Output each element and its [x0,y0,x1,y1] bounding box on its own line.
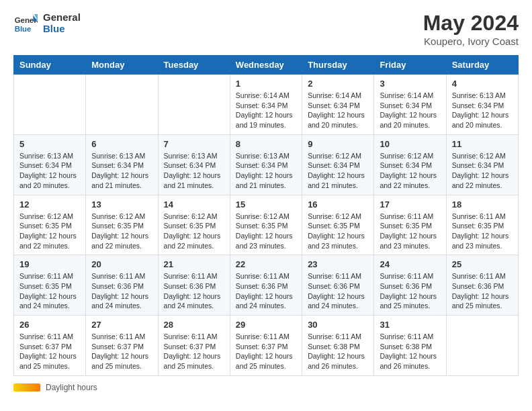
day-number: 3 [380,79,440,89]
calendar-cell: 20Sunrise: 6:11 AM Sunset: 6:36 PM Dayli… [86,255,158,316]
col-header-monday: Monday [86,56,158,75]
day-info: Sunrise: 6:11 AM Sunset: 6:35 PM Dayligh… [19,271,80,311]
day-info: Sunrise: 6:14 AM Sunset: 6:34 PM Dayligh… [380,91,440,130]
calendar-cell: 19Sunrise: 6:11 AM Sunset: 6:35 PM Dayli… [14,255,86,316]
day-info: Sunrise: 6:14 AM Sunset: 6:34 PM Dayligh… [308,91,368,130]
day-number: 8 [236,139,296,149]
calendar-cell: 29Sunrise: 6:11 AM Sunset: 6:37 PM Dayli… [230,316,302,376]
day-info: Sunrise: 6:12 AM Sunset: 6:35 PM Dayligh… [164,212,224,251]
day-number: 31 [380,320,440,330]
calendar-cell [158,75,230,135]
calendar-cell: 30Sunrise: 6:11 AM Sunset: 6:38 PM Dayli… [302,316,374,376]
day-info: Sunrise: 6:11 AM Sunset: 6:38 PM Dayligh… [308,332,368,371]
col-header-friday: Friday [374,56,446,75]
day-info: Sunrise: 6:12 AM Sunset: 6:35 PM Dayligh… [91,212,152,251]
day-number: 12 [19,199,80,210]
day-info: Sunrise: 6:13 AM Sunset: 6:34 PM Dayligh… [164,151,224,191]
calendar-cell: 8Sunrise: 6:13 AM Sunset: 6:34 PM Daylig… [230,134,302,195]
day-number: 28 [164,320,224,330]
calendar-cell: 13Sunrise: 6:12 AM Sunset: 6:35 PM Dayli… [86,195,158,255]
calendar-cell: 23Sunrise: 6:11 AM Sunset: 6:36 PM Dayli… [302,255,374,316]
day-info: Sunrise: 6:12 AM Sunset: 6:34 PM Dayligh… [308,151,368,191]
day-number: 10 [380,139,440,149]
day-info: Sunrise: 6:11 AM Sunset: 6:36 PM Dayligh… [308,271,368,311]
svg-text:Blue: Blue [15,25,32,33]
day-info: Sunrise: 6:11 AM Sunset: 6:36 PM Dayligh… [164,271,224,311]
day-number: 24 [380,259,440,269]
day-number: 22 [236,259,296,269]
week-row-2: 5Sunrise: 6:13 AM Sunset: 6:34 PM Daylig… [14,134,519,195]
day-number: 25 [452,259,513,269]
calendar-cell [446,316,518,376]
day-info: Sunrise: 6:12 AM Sunset: 6:34 PM Dayligh… [380,151,440,191]
day-number: 17 [380,199,440,210]
day-info: Sunrise: 6:12 AM Sunset: 6:35 PM Dayligh… [236,212,296,251]
day-number: 14 [164,199,224,210]
page: General Blue General Blue May 2024 Koupe… [0,0,532,406]
day-number: 30 [308,320,368,330]
day-info: Sunrise: 6:11 AM Sunset: 6:36 PM Dayligh… [380,271,440,311]
calendar-cell: 24Sunrise: 6:11 AM Sunset: 6:36 PM Dayli… [374,255,446,316]
week-row-4: 19Sunrise: 6:11 AM Sunset: 6:35 PM Dayli… [14,255,519,316]
week-row-1: 1Sunrise: 6:14 AM Sunset: 6:34 PM Daylig… [14,75,519,135]
calendar-cell: 2Sunrise: 6:14 AM Sunset: 6:34 PM Daylig… [302,75,374,135]
calendar-cell: 10Sunrise: 6:12 AM Sunset: 6:34 PM Dayli… [374,134,446,195]
header: General Blue General Blue May 2024 Koupe… [13,11,519,47]
day-number: 23 [308,259,368,269]
day-number: 26 [19,320,80,330]
calendar-cell: 4Sunrise: 6:13 AM Sunset: 6:34 PM Daylig… [446,75,518,135]
day-info: Sunrise: 6:12 AM Sunset: 6:34 PM Dayligh… [452,151,513,191]
calendar-cell: 17Sunrise: 6:11 AM Sunset: 6:35 PM Dayli… [374,195,446,255]
calendar-cell [86,75,158,135]
logo: General Blue General Blue [13,11,81,35]
calendar-cell: 3Sunrise: 6:14 AM Sunset: 6:34 PM Daylig… [374,75,446,135]
footer: Daylight hours [13,383,519,392]
col-header-saturday: Saturday [446,56,518,75]
day-number: 1 [236,79,296,89]
calendar-cell: 26Sunrise: 6:11 AM Sunset: 6:37 PM Dayli… [14,316,86,376]
day-number: 2 [308,79,368,89]
day-number: 5 [19,139,80,149]
day-info: Sunrise: 6:11 AM Sunset: 6:35 PM Dayligh… [452,212,513,251]
day-number: 29 [236,320,296,330]
day-number: 15 [236,199,296,210]
day-info: Sunrise: 6:11 AM Sunset: 6:36 PM Dayligh… [91,271,152,311]
day-info: Sunrise: 6:13 AM Sunset: 6:34 PM Dayligh… [452,91,513,130]
logo-line1: General [43,11,81,23]
calendar-cell: 21Sunrise: 6:11 AM Sunset: 6:36 PM Dayli… [158,255,230,316]
day-info: Sunrise: 6:11 AM Sunset: 6:35 PM Dayligh… [380,212,440,251]
day-number: 20 [91,259,152,269]
day-number: 18 [452,199,513,210]
day-info: Sunrise: 6:11 AM Sunset: 6:38 PM Dayligh… [380,332,440,371]
day-info: Sunrise: 6:11 AM Sunset: 6:37 PM Dayligh… [236,332,296,371]
col-header-thursday: Thursday [302,56,374,75]
day-info: Sunrise: 6:11 AM Sunset: 6:37 PM Dayligh… [164,332,224,371]
day-number: 16 [308,199,368,210]
day-number: 7 [164,139,224,149]
main-title: May 2024 [423,11,519,36]
calendar-cell: 16Sunrise: 6:12 AM Sunset: 6:35 PM Dayli… [302,195,374,255]
day-number: 13 [91,199,152,210]
calendar-cell: 25Sunrise: 6:11 AM Sunset: 6:36 PM Dayli… [446,255,518,316]
calendar-cell: 11Sunrise: 6:12 AM Sunset: 6:34 PM Dayli… [446,134,518,195]
day-number: 27 [91,320,152,330]
day-info: Sunrise: 6:14 AM Sunset: 6:34 PM Dayligh… [236,91,296,130]
calendar-cell [14,75,86,135]
day-info: Sunrise: 6:13 AM Sunset: 6:34 PM Dayligh… [19,151,80,191]
day-number: 11 [452,139,513,149]
day-info: Sunrise: 6:13 AM Sunset: 6:34 PM Dayligh… [91,151,152,191]
day-number: 9 [308,139,368,149]
calendar-cell: 18Sunrise: 6:11 AM Sunset: 6:35 PM Dayli… [446,195,518,255]
daylight-label: Daylight hours [46,383,97,392]
daylight-bar-icon [13,383,40,392]
calendar-cell: 1Sunrise: 6:14 AM Sunset: 6:34 PM Daylig… [230,75,302,135]
day-info: Sunrise: 6:13 AM Sunset: 6:34 PM Dayligh… [236,151,296,191]
calendar-cell: 27Sunrise: 6:11 AM Sunset: 6:37 PM Dayli… [86,316,158,376]
col-header-tuesday: Tuesday [158,56,230,75]
calendar-cell: 31Sunrise: 6:11 AM Sunset: 6:38 PM Dayli… [374,316,446,376]
calendar-cell: 7Sunrise: 6:13 AM Sunset: 6:34 PM Daylig… [158,134,230,195]
calendar-cell: 15Sunrise: 6:12 AM Sunset: 6:35 PM Dayli… [230,195,302,255]
calendar-cell: 12Sunrise: 6:12 AM Sunset: 6:35 PM Dayli… [14,195,86,255]
col-header-sunday: Sunday [14,56,86,75]
calendar-cell: 5Sunrise: 6:13 AM Sunset: 6:34 PM Daylig… [14,134,86,195]
